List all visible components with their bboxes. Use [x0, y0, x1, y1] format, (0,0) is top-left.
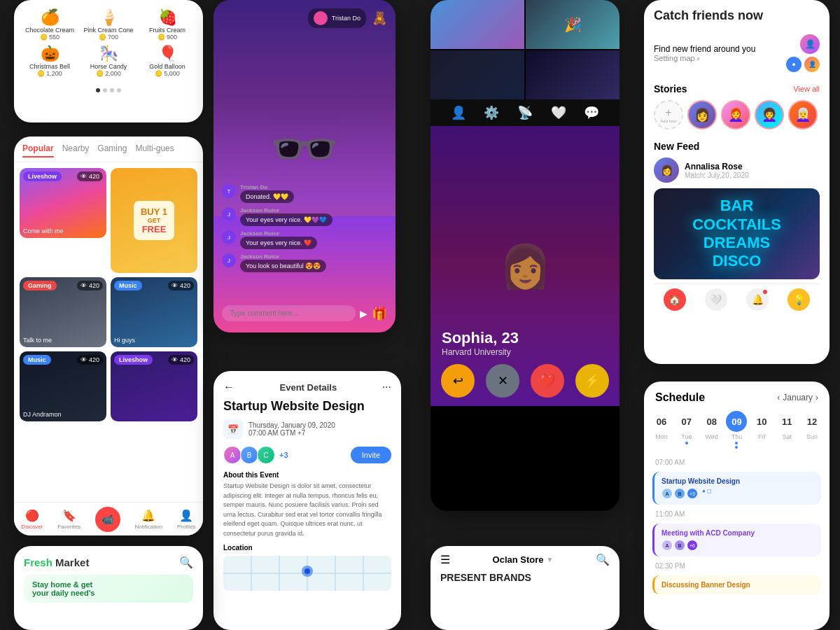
broadcast-icon[interactable]: 📡: [517, 105, 533, 120]
heart-icon[interactable]: 🤍: [551, 105, 566, 120]
day-09[interactable]: 09 Thu: [726, 411, 747, 449]
nearby-avatar-2: 👤: [804, 57, 820, 72]
day-06[interactable]: 06 Mon: [651, 411, 672, 449]
event-av-2: B: [674, 488, 685, 499]
event-map: [223, 556, 391, 591]
stream-4[interactable]: Music 👁 420 Hi guys: [111, 277, 197, 347]
home-action[interactable]: 🏠: [664, 288, 686, 311]
dot-3[interactable]: [110, 88, 114, 92]
nav-camera[interactable]: 📹: [95, 507, 120, 532]
back-button[interactable]: ←: [223, 381, 234, 393]
shop-item-2[interactable]: 🍦 Pink Cream Cone 🪙700: [81, 8, 136, 41]
story-4[interactable]: 👩‍🦳: [788, 100, 818, 130]
day-12[interactable]: 12 Sun: [802, 411, 822, 449]
undo-button[interactable]: ↩: [441, 364, 475, 398]
present-brands: PRESENT BRANDS: [440, 572, 610, 583]
story-1[interactable]: 👩: [687, 100, 717, 130]
settings-icon[interactable]: ⚙️: [484, 105, 499, 120]
like-action[interactable]: 🤍: [705, 288, 727, 311]
more-options-button[interactable]: ···: [382, 381, 391, 393]
search-icon[interactable]: 🔍: [596, 553, 610, 566]
view-all-link[interactable]: View all: [793, 85, 820, 93]
nav-label: Discover: [21, 524, 43, 530]
views-count: 👁 420: [168, 281, 194, 290]
fresh-text: Fresh: [24, 556, 52, 568]
story-3[interactable]: 👩‍🦱: [755, 100, 784, 130]
tab-popular[interactable]: Popular: [22, 144, 54, 158]
send-icon[interactable]: ▶: [360, 308, 368, 319]
stream-1[interactable]: Liveshow 👁 420 Come with me: [20, 168, 106, 238]
day-08[interactable]: 08 Wed: [701, 411, 722, 449]
day-07[interactable]: 07 Tue: [676, 411, 697, 449]
comment-bubble: Jackson Ruice Your eyes very nice. ❤️: [240, 230, 317, 249]
store-name: Oclan Store ▼: [493, 554, 554, 565]
stream-ad[interactable]: BUY 1 GET FREE: [111, 168, 197, 273]
comment-input[interactable]: [222, 305, 356, 321]
event-name-1: Startup Website Design: [662, 477, 814, 485]
shop-item-6[interactable]: 🎈 Gold Balloon 🪙5,000: [140, 45, 195, 77]
nav-favorites[interactable]: 🔖 Favorites: [57, 509, 80, 530]
popular-tabs: Popular Nearby Gaming Multi-gues: [14, 136, 203, 162]
prev-month-button[interactable]: ‹: [777, 393, 780, 402]
post-user-date: Match: July,20, 2020: [685, 172, 749, 179]
event-date-info: Thursday, January 09, 2020 07:00 AM GTM …: [248, 421, 335, 437]
dating-card: 🎉 👤 ⚙️ 📡 🤍 💬 👩 Sophia, 23 Harvard Univer…: [430, 0, 620, 511]
nav-notification[interactable]: 🔔 Notification: [135, 509, 163, 530]
schedule-event-1[interactable]: Startup Website Design A B +3 ● ◻: [652, 472, 821, 505]
dot-1[interactable]: [96, 88, 100, 92]
chat-icon[interactable]: 💬: [584, 105, 599, 120]
notify-action[interactable]: 🔔: [746, 288, 769, 311]
add-story-button[interactable]: + Add new: [654, 100, 683, 130]
shop-item-3[interactable]: 🍓 Fruits Cream 🪙900: [140, 8, 195, 41]
badge-gaming: Gaming: [23, 281, 57, 290]
day-number: 06: [651, 411, 672, 432]
nearby-avatar-1: 👤: [800, 34, 820, 54]
dot-2[interactable]: [103, 88, 107, 92]
menu-icon[interactable]: ☰: [440, 553, 450, 566]
skip-button[interactable]: ✕: [486, 364, 519, 398]
stream-label: DJ Andramon: [23, 411, 62, 418]
boost-button[interactable]: ⚡: [575, 364, 609, 398]
search-icon[interactable]: 🔍: [179, 556, 193, 569]
stream-6[interactable]: Liveshow 👁 420: [111, 351, 197, 421]
banner-text-2: your daily need's: [32, 589, 185, 597]
store-content: ☰ Oclan Store ▼ 🔍 PRESENT BRANDS: [430, 546, 620, 590]
attendee-2: B: [240, 446, 258, 464]
stream-3[interactable]: Gaming 👁 420 Talk to me: [20, 277, 106, 347]
next-month-button[interactable]: ›: [816, 393, 818, 402]
day-10[interactable]: 10 Fri: [751, 411, 772, 449]
time-label-1: 07:00 AM: [644, 456, 830, 469]
tab-nearby[interactable]: Nearby: [62, 144, 90, 158]
event-name: Startup Website Design: [214, 399, 401, 419]
day-number: 09: [726, 411, 747, 432]
schedule-event-3[interactable]: Discussing Banner Design: [652, 575, 821, 594]
item-emoji: 🎠: [99, 45, 118, 63]
schedule-event-2[interactable]: Meeting with ACD Company A B +6: [652, 524, 821, 556]
nav-profile[interactable]: 👤 Profiles: [177, 509, 196, 530]
store-card: ☰ Oclan Store ▼ 🔍 PRESENT BRANDS: [430, 546, 620, 630]
market-card: Fresh Market 🔍 Stay home & get your dail…: [14, 546, 203, 630]
shop-item-5[interactable]: 🎠 Horse Candy 🪙2,000: [81, 45, 136, 77]
tab-gaming[interactable]: Gaming: [97, 144, 127, 158]
invite-button[interactable]: Invite: [351, 447, 391, 463]
nav-discover[interactable]: 🔴 Discover: [21, 509, 43, 530]
event-av-3: +6: [687, 540, 698, 551]
dropdown-icon[interactable]: ▼: [547, 556, 554, 564]
bulb-action[interactable]: 💡: [788, 288, 810, 311]
tab-multigues[interactable]: Multi-gues: [135, 144, 174, 158]
dot-4[interactable]: [117, 88, 121, 92]
story-2[interactable]: 👩‍🦰: [721, 100, 750, 130]
profile-icon[interactable]: 👤: [451, 105, 466, 120]
camera-button[interactable]: 📹: [95, 507, 120, 532]
badge-liveshow: Liveshow: [114, 355, 153, 365]
day-11[interactable]: 11 Sat: [776, 411, 797, 449]
day-label: Wed: [705, 433, 718, 440]
day-number: 07: [676, 411, 697, 432]
gift-icon[interactable]: 🎁: [372, 306, 387, 321]
shop-item-4[interactable]: 🎃 Christmas Bell 🪙1,200: [22, 45, 77, 77]
map-link[interactable]: Setting map ›: [654, 54, 755, 62]
like-button[interactable]: ❤️: [531, 364, 564, 398]
shop-item-1[interactable]: 🍊 Chocolate Cream 🪙550: [22, 8, 77, 41]
item-name: Gold Balloon: [149, 63, 186, 70]
stream-5[interactable]: Music 👁 420 DJ Andramon: [20, 351, 106, 421]
